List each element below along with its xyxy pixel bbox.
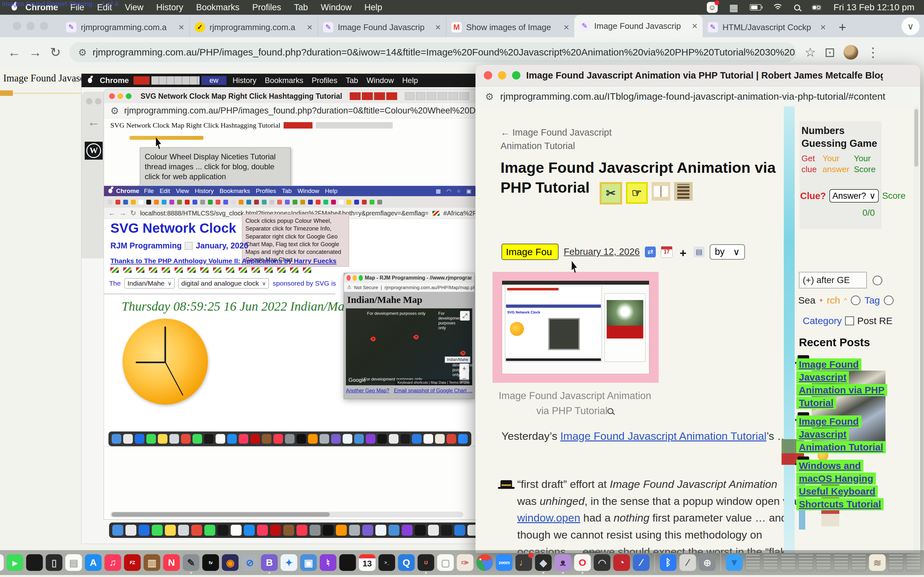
ge-input[interactable]: (+) after GE <box>799 272 867 288</box>
dock-icon-photos-window[interactable]: ▣ <box>300 554 317 571</box>
ge-radio[interactable] <box>873 276 882 285</box>
favicon[interactable] <box>208 200 213 205</box>
post-link-line[interactable]: Javascript <box>796 371 849 384</box>
menu-item-tab[interactable]: Tab <box>279 187 295 195</box>
plus-icon[interactable]: + <box>678 247 688 258</box>
favicon[interactable] <box>285 200 290 205</box>
flag-icon[interactable] <box>200 268 208 273</box>
close-button[interactable] <box>13 22 21 30</box>
minimized-window[interactable] <box>851 554 866 571</box>
zoom-button[interactable] <box>40 22 48 30</box>
dock-icon-gimp[interactable]: ᴥ <box>555 554 572 571</box>
minimized-window[interactable] <box>763 554 778 571</box>
tab-rjmprogramming-com-a[interactable]: ✓rjmprogramming.com.a× <box>189 17 318 37</box>
menu-item-profiles[interactable]: Profiles <box>246 3 288 13</box>
menu-item-profiles[interactable]: Profiles <box>307 76 341 85</box>
favicon[interactable] <box>362 200 367 205</box>
post-re-checkbox[interactable] <box>845 316 854 326</box>
flag-icon[interactable] <box>213 268 221 273</box>
inline-link[interactable]: Image Found Javascript Animation Tutoria… <box>560 430 766 442</box>
google-map[interactable]: For development purposes only For develo… <box>346 308 472 385</box>
zoom-in-icon[interactable]: + <box>462 364 467 373</box>
menu-item-bookmarks[interactable]: Bookmarks <box>216 187 253 195</box>
menu-clock[interactable]: Fri 13 Feb 12:10 pm <box>834 2 914 13</box>
minimize-button[interactable] <box>26 22 35 30</box>
dock-icon-calendar[interactable]: 13 <box>359 554 376 571</box>
menu-item-tab[interactable]: Tab <box>341 76 362 85</box>
book-icon[interactable]: ▤ <box>694 247 704 258</box>
favicon[interactable] <box>246 200 251 205</box>
favicon[interactable] <box>316 200 320 205</box>
by-select[interactable]: by∨ <box>710 244 745 259</box>
clue-label[interactable]: Clue? <box>800 191 826 201</box>
flag-icon[interactable] <box>264 268 273 273</box>
minimized-window[interactable] <box>781 554 796 571</box>
favicon[interactable] <box>139 200 144 205</box>
favicon[interactable] <box>254 200 259 205</box>
minimized-window[interactable] <box>798 554 813 571</box>
menu-item-help[interactable]: Help <box>398 76 422 85</box>
minimized-window[interactable] <box>889 554 903 571</box>
tab-search-chevron[interactable]: ∨ <box>901 17 919 35</box>
dock-icon-wilber[interactable]: ◠ <box>594 554 611 571</box>
favicon[interactable] <box>200 200 205 205</box>
menu-item-bookmarks[interactable]: Bookmarks <box>190 3 246 13</box>
post-image-frame[interactable]: SVG Network Clock <box>493 272 659 383</box>
email-snapshot-link[interactable]: Email snapshot of Google Chart ... <box>394 388 473 393</box>
post-link-line[interactable]: Useful Keyboard <box>796 485 878 498</box>
flag-icon[interactable] <box>110 268 119 273</box>
dock-icon-app-store[interactable]: A <box>85 554 102 571</box>
dock-icon-screen-block[interactable]: ⊘ <box>242 554 258 571</box>
film-reel-icon[interactable] <box>674 182 693 201</box>
dock-icon-apple-tv[interactable]: tv <box>202 554 219 571</box>
tag-label[interactable]: Tag <box>864 295 880 306</box>
map-pin[interactable] <box>370 335 376 342</box>
tab-image-found-javascrip[interactable]: ✎Image Found Javascrip× <box>318 17 446 37</box>
dock-icon-facetime[interactable]: ▸ <box>7 554 23 571</box>
dock-icon-downloads-folder[interactable]: ▼ <box>726 554 743 571</box>
keyboard-viewer-icon[interactable]: ▦ <box>729 2 738 13</box>
scrollbar-thumb[interactable] <box>914 109 918 167</box>
dock-icon-books[interactable]: ▥ <box>144 554 160 571</box>
magnifier-icon[interactable] <box>607 408 614 414</box>
popup-scrollbar[interactable] <box>914 106 919 553</box>
favicon[interactable] <box>300 200 305 205</box>
horizontal-scrollbar[interactable] <box>110 512 463 517</box>
dock-icon-textedit[interactable]: ▤ <box>65 554 82 571</box>
flag-icon[interactable] <box>277 268 286 273</box>
address-bar[interactable]: ⚙ rjmprogramming.com.au/PHP/images_found… <box>69 42 796 62</box>
site-settings-icon[interactable]: ⚙ <box>78 47 87 58</box>
flag-icon[interactable] <box>123 268 132 273</box>
minimized-window[interactable] <box>834 554 849 571</box>
wifi-icon[interactable] <box>773 4 782 11</box>
favicon[interactable] <box>123 200 128 205</box>
post-date-link[interactable]: February 12, 2026 <box>564 247 640 257</box>
menu-item-view[interactable]: View <box>118 3 150 13</box>
favicon[interactable] <box>377 200 382 205</box>
flag-icon[interactable] <box>290 268 298 273</box>
fullscreen-icon[interactable]: ⤢ <box>460 311 470 321</box>
back-icon[interactable]: ← <box>8 45 21 60</box>
dock-icon-opera[interactable]: O <box>574 554 591 571</box>
dock-icon-intellij[interactable]: IJ <box>418 554 435 571</box>
post-link-line[interactable]: Javascript <box>796 428 849 440</box>
tab-close-icon[interactable]: × <box>564 22 569 33</box>
favicon[interactable] <box>170 200 174 205</box>
site-settings-icon[interactable]: ⚙ <box>485 91 494 102</box>
input-source-app-icon[interactable]: ☺ <box>707 2 718 13</box>
menu-item-help[interactable]: Help <box>322 187 341 195</box>
dock-icon-inkscape[interactable]: ◆ <box>535 554 552 571</box>
dock-icon-art-app[interactable]: ✑ <box>457 554 473 571</box>
dock-icon-terminal[interactable]: >_ <box>379 554 395 571</box>
pointing-finger-icon[interactable]: ☞ <box>626 182 648 204</box>
minimized-window[interactable] <box>746 554 760 571</box>
dock-icon-keynote[interactable] <box>339 554 356 571</box>
menu-item-window[interactable]: Window <box>314 3 358 13</box>
popup-urlbar[interactable]: ⚙ rjmprogramming.com.au/ITblog/image-fou… <box>475 86 920 107</box>
favicon[interactable] <box>216 200 220 205</box>
favicon[interactable] <box>292 200 297 205</box>
menu-item-window[interactable]: Window <box>362 76 398 85</box>
dock-icon-music[interactable]: ♫ <box>105 554 121 571</box>
flag-icon[interactable] <box>136 268 144 273</box>
search-icon[interactable] <box>794 5 800 11</box>
